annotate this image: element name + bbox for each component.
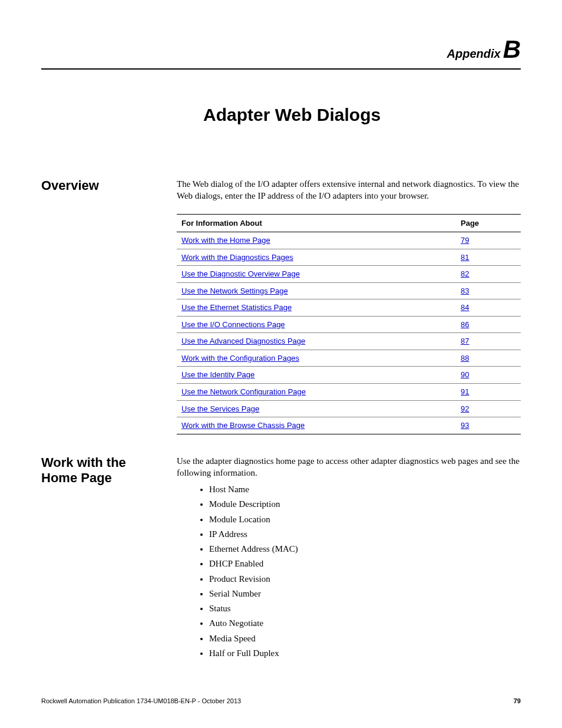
- chapter-title: Adapter Web Dialogs: [203, 105, 521, 125]
- table-row: Use the Ethernet Statistics Page84: [177, 299, 521, 317]
- table-link[interactable]: Use the Identity Page: [181, 370, 254, 379]
- table-row: Use the Identity Page90: [177, 367, 521, 384]
- list-item: Module Description: [209, 498, 521, 510]
- table-link[interactable]: Work with the Home Page: [181, 236, 270, 245]
- table-page-link[interactable]: 90: [461, 370, 469, 379]
- table-row: Work with the Home Page79: [177, 232, 521, 249]
- table-page-link[interactable]: 81: [461, 253, 469, 262]
- header-rule: [41, 68, 521, 70]
- table-page-link[interactable]: 87: [461, 337, 469, 345]
- table-row: Work with the Browse Chassis Page93: [177, 417, 521, 434]
- table-link[interactable]: Use the I/O Connections Page: [181, 320, 285, 329]
- list-item: DHCP Enabled: [209, 558, 521, 569]
- list-item: Module Location: [209, 513, 521, 525]
- table-row: Use the Services Page92: [177, 400, 521, 417]
- overview-section: Overview The Web dialog of the I/O adapt…: [41, 178, 521, 434]
- overview-heading: Overview: [41, 178, 177, 434]
- list-item: Serial Number: [209, 588, 521, 599]
- table-page-link[interactable]: 93: [461, 421, 469, 430]
- page-header: Appendix B: [41, 35, 521, 64]
- footer-publication: Rockwell Automation Publication 1734-UM0…: [41, 697, 241, 704]
- info-table: For Information About Page Work with the…: [177, 214, 521, 434]
- table-row: Use the I/O Connections Page86: [177, 316, 521, 333]
- table-link[interactable]: Work with the Browse Chassis Page: [181, 421, 305, 430]
- table-row: Work with the Diagnostics Pages81: [177, 249, 521, 266]
- table-header-info: For Information About: [177, 214, 456, 232]
- table-row: Use the Advanced Diagnostics Page87: [177, 333, 521, 350]
- table-page-link[interactable]: 82: [461, 269, 469, 278]
- table-header-page: Page: [456, 214, 521, 232]
- table-page-link[interactable]: 83: [461, 286, 469, 295]
- table-row: Use the Network Settings Page83: [177, 282, 521, 299]
- table-page-link[interactable]: 84: [461, 303, 469, 312]
- table-link[interactable]: Work with the Configuration Pages: [181, 354, 299, 363]
- table-page-link[interactable]: 79: [461, 236, 469, 245]
- table-link[interactable]: Use the Diagnostic Overview Page: [181, 269, 300, 278]
- table-link[interactable]: Use the Network Configuration Page: [181, 387, 306, 396]
- appendix-letter: B: [503, 35, 521, 63]
- list-item: Ethernet Address (MAC): [209, 543, 521, 555]
- homepage-intro: Use the adapter diagnostics home page to…: [177, 455, 521, 479]
- homepage-heading: Work with the Home Page: [41, 455, 177, 663]
- table-link[interactable]: Use the Network Settings Page: [181, 286, 288, 295]
- footer-page-number: 79: [514, 697, 521, 704]
- homepage-body: Use the adapter diagnostics home page to…: [177, 455, 521, 663]
- list-item: IP Address: [209, 528, 521, 540]
- list-item: Half or Full Duplex: [209, 647, 521, 659]
- table-link[interactable]: Use the Advanced Diagnostics Page: [181, 337, 305, 345]
- table-link[interactable]: Use the Ethernet Statistics Page: [181, 303, 292, 312]
- list-item: Product Revision: [209, 573, 521, 585]
- table-row: Work with the Configuration Pages88: [177, 350, 521, 367]
- table-header-row: For Information About Page: [177, 214, 521, 232]
- table-row: Use the Network Configuration Page91: [177, 383, 521, 400]
- table-page-link[interactable]: 88: [461, 354, 469, 363]
- table-page-link[interactable]: 86: [461, 320, 469, 329]
- table-link[interactable]: Work with the Diagnostics Pages: [181, 253, 293, 262]
- list-item: Auto Negotiate: [209, 617, 521, 629]
- page-footer: Rockwell Automation Publication 1734-UM0…: [41, 697, 521, 704]
- appendix-word: Appendix: [447, 47, 501, 60]
- table-row: Use the Diagnostic Overview Page82: [177, 266, 521, 283]
- homepage-section: Work with the Home Page Use the adapter …: [41, 455, 521, 663]
- overview-body: The Web dialog of the I/O adapter offers…: [177, 178, 521, 434]
- table-page-link[interactable]: 92: [461, 404, 469, 413]
- list-item: Status: [209, 602, 521, 614]
- list-item: Media Speed: [209, 633, 521, 644]
- table-link[interactable]: Use the Services Page: [181, 404, 259, 413]
- table-page-link[interactable]: 91: [461, 387, 469, 396]
- list-item: Host Name: [209, 483, 521, 495]
- overview-paragraph: The Web dialog of the I/O adapter offers…: [177, 178, 521, 202]
- homepage-list: Host NameModule DescriptionModule Locati…: [209, 483, 521, 659]
